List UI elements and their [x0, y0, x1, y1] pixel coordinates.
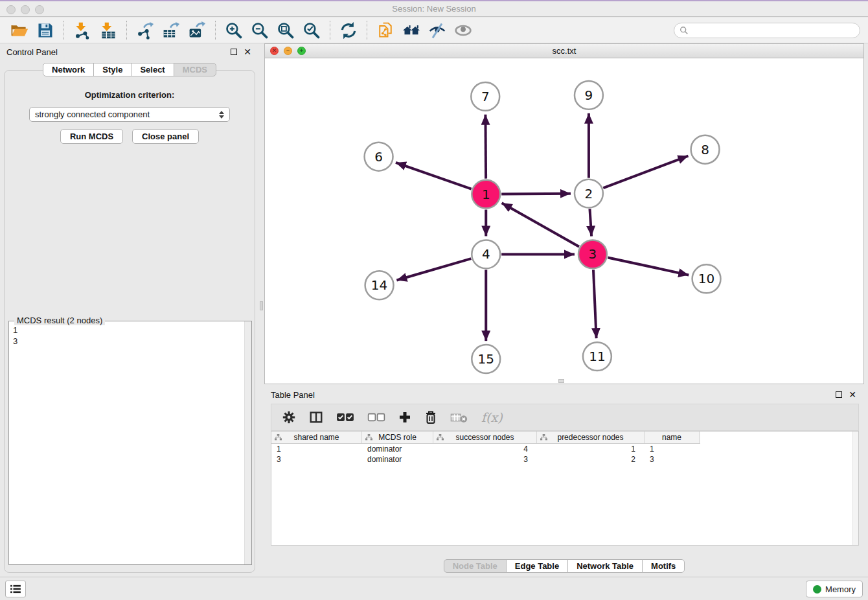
- graph-node-11[interactable]: 11: [583, 342, 611, 371]
- column-header-successor-nodes[interactable]: successor nodes: [433, 432, 537, 443]
- zoom-in-button[interactable]: [221, 19, 247, 41]
- table-cell[interactable]: 4: [433, 444, 537, 454]
- run-mcds-button[interactable]: Run MCDS: [60, 129, 123, 144]
- clone-network-button[interactable]: [372, 19, 398, 41]
- import-table-button[interactable]: [95, 19, 121, 41]
- column-sort-icon: [275, 434, 282, 441]
- refresh-network-button[interactable]: [336, 19, 361, 41]
- edge-2-3[interactable]: [589, 209, 591, 236]
- delete-rows-button[interactable]: [424, 409, 437, 426]
- table-row[interactable]: 3dominator323: [271, 454, 858, 465]
- graph-node-15[interactable]: 15: [472, 345, 500, 373]
- table-cell[interactable]: 3: [433, 454, 537, 465]
- graph-node-3[interactable]: 3: [578, 240, 607, 268]
- canvas-resize-handle[interactable]: [558, 379, 564, 383]
- edge-1-6[interactable]: [396, 163, 472, 189]
- select-all-rows-button[interactable]: [336, 409, 354, 426]
- edge-1-2[interactable]: [501, 194, 571, 194]
- close-panel-button[interactable]: Close panel: [132, 129, 199, 144]
- column-header-label: MCDS role: [378, 433, 417, 442]
- zoom-selected-button[interactable]: [299, 19, 325, 41]
- node-table: shared nameMCDS rolesuccessor nodesprede…: [271, 431, 859, 546]
- memory-button[interactable]: Memory: [806, 581, 863, 597]
- column-header-shared-name[interactable]: shared name: [271, 432, 362, 443]
- import-network-button[interactable]: [69, 19, 95, 41]
- table-cell[interactable]: 2: [537, 454, 645, 465]
- app-titlebar: Session: New Session: [0, 0, 868, 17]
- edge-2-8[interactable]: [603, 156, 688, 189]
- edge-3-1[interactable]: [502, 203, 579, 246]
- graph-node-14[interactable]: 14: [365, 271, 394, 299]
- hide-selected-button[interactable]: [424, 19, 450, 41]
- optimization-criterion-label: Optimization criterion:: [5, 90, 255, 100]
- table-cell[interactable]: 3: [645, 454, 700, 465]
- export-network-button[interactable]: [132, 19, 158, 41]
- edge-3-11[interactable]: [593, 270, 597, 338]
- table-cell[interactable]: 1: [271, 444, 362, 454]
- graph-node-7[interactable]: 7: [471, 82, 499, 111]
- network-view-window: ✕ − + scc.txt 1234678910111415: [264, 43, 864, 384]
- toolbar-separator: [63, 21, 64, 40]
- close-panel-icon[interactable]: ✕: [849, 391, 856, 398]
- float-panel-icon[interactable]: [231, 49, 237, 55]
- column-header-mcds-role[interactable]: MCDS role: [362, 432, 433, 443]
- save-session-button[interactable]: [32, 19, 58, 41]
- function-builder-button[interactable]: f(x): [481, 409, 503, 426]
- graph-node-8[interactable]: 8: [691, 135, 720, 164]
- edge-4-14[interactable]: [396, 259, 471, 280]
- column-header-name[interactable]: name: [645, 432, 700, 443]
- graph-node-10[interactable]: 10: [692, 264, 721, 293]
- tab-edge-table[interactable]: Edge Table: [506, 559, 568, 573]
- table-cell[interactable]: 3: [271, 454, 362, 465]
- tab-mcds[interactable]: MCDS: [174, 63, 216, 76]
- criterion-dropdown[interactable]: strongly connected component: [29, 107, 230, 122]
- edge-3-10[interactable]: [608, 257, 689, 275]
- task-history-button[interactable]: [5, 581, 26, 597]
- column-settings-button[interactable]: [282, 409, 296, 426]
- column-header-predecessor-nodes[interactable]: predecessor nodes: [537, 432, 645, 443]
- table-row[interactable]: 1dominator411: [271, 444, 858, 454]
- network-canvas[interactable]: 1234678910111415: [265, 59, 863, 384]
- tab-motifs[interactable]: Motifs: [642, 559, 685, 573]
- open-session-button[interactable]: [6, 19, 32, 41]
- graph-node-4[interactable]: 4: [472, 240, 500, 268]
- tab-style[interactable]: Style: [93, 63, 131, 76]
- tab-network-table[interactable]: Network Table: [567, 559, 643, 573]
- table-scrollbar[interactable]: [852, 432, 858, 545]
- show-columns-button[interactable]: [309, 409, 323, 426]
- table-cell[interactable]: dominator: [362, 454, 433, 465]
- export-table-button[interactable]: [158, 19, 184, 41]
- graph-node-9[interactable]: 9: [575, 81, 603, 110]
- panel-splitter[interactable]: [259, 43, 264, 577]
- zoom-fit-button[interactable]: [273, 19, 299, 41]
- search-input[interactable]: [689, 24, 854, 37]
- close-panel-icon[interactable]: ✕: [244, 49, 251, 55]
- add-row-button[interactable]: [398, 409, 411, 426]
- graph-node-6[interactable]: 6: [365, 143, 393, 171]
- export-image-button[interactable]: [184, 19, 210, 41]
- table-cell[interactable]: 1: [537, 444, 645, 454]
- edge-1-7[interactable]: [485, 115, 486, 179]
- table-cell[interactable]: 1: [645, 444, 700, 454]
- tab-select[interactable]: Select: [131, 63, 174, 76]
- table-panel-title: Table Panel: [271, 390, 315, 400]
- splitter-handle-icon[interactable]: [260, 301, 263, 310]
- node-label: 8: [701, 142, 709, 157]
- delete-column-button[interactable]: [450, 409, 468, 426]
- show-all-button[interactable]: [450, 19, 476, 41]
- node-label: 3: [589, 246, 597, 262]
- first-neighbors-button[interactable]: [398, 19, 424, 41]
- zoom-out-button[interactable]: [247, 19, 273, 41]
- node-label: 2: [585, 186, 593, 202]
- table-cell[interactable]: dominator: [362, 444, 433, 454]
- deselect-all-rows-button[interactable]: [367, 409, 385, 426]
- network-graph[interactable]: 1234678910111415: [265, 59, 863, 384]
- tab-network[interactable]: Network: [43, 63, 94, 76]
- control-panel-tabs: NetworkStyleSelectMCDS: [0, 63, 259, 76]
- tab-node-table[interactable]: Node Table: [444, 559, 507, 573]
- graph-node-1[interactable]: 1: [472, 180, 500, 209]
- float-panel-icon[interactable]: [836, 391, 842, 398]
- toolbar-separator: [330, 21, 330, 40]
- graph-node-2[interactable]: 2: [575, 179, 603, 208]
- result-scrollbar[interactable]: [244, 321, 251, 564]
